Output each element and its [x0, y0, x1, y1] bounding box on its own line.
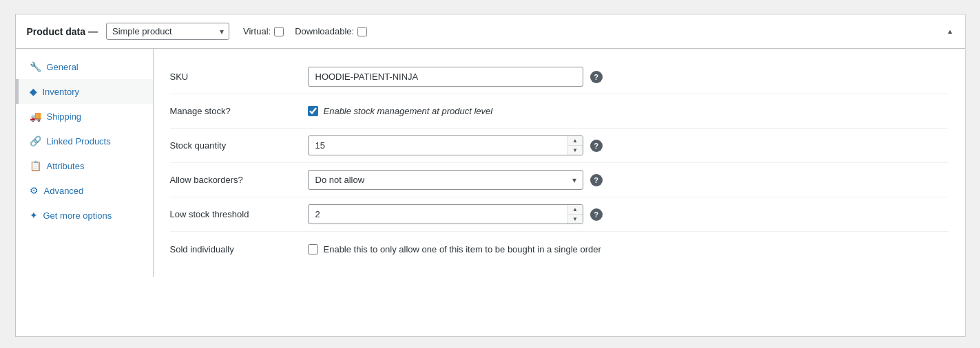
low-stock-threshold-down[interactable]: ▼ [568, 215, 583, 224]
downloadable-label[interactable]: Downloadable: [295, 26, 367, 36]
low-stock-threshold-row: Low stock threshold ▲ ▼ ? [170, 197, 948, 232]
manage-stock-row: Manage stock? Enable stock management at… [170, 94, 948, 129]
sidebar-label-advanced: Advanced [44, 186, 84, 196]
sidebar-label-inventory: Inventory [43, 87, 79, 97]
allow-backorders-row: Allow backorders? Do not allow Allow, bu… [170, 163, 948, 197]
low-stock-threshold-up[interactable]: ▲ [568, 205, 583, 215]
allow-backorders-control: Do not allow Allow, but notify customer … [308, 170, 948, 190]
manage-stock-checkbox[interactable] [308, 106, 318, 116]
sku-label: SKU [170, 72, 308, 82]
stock-quantity-wrapper: ▲ ▼ [308, 135, 583, 155]
gear-icon: ⚙ [30, 185, 39, 196]
sidebar-label-attributes: Attributes [47, 161, 85, 171]
panel-body: 🔧 General ◆ Inventory 🚚 Shipping 🔗 Linke… [16, 49, 965, 277]
allow-backorders-label: Allow backorders? [170, 175, 308, 185]
sold-individually-label: Sold individually [170, 244, 308, 254]
stock-quantity-up[interactable]: ▲ [568, 136, 583, 146]
low-stock-threshold-input[interactable] [308, 204, 583, 224]
sidebar-item-attributes[interactable]: 📋 Attributes [16, 153, 153, 178]
sidebar-item-inventory[interactable]: ◆ Inventory [16, 79, 153, 104]
sidebar-label-get-more-options: Get more options [43, 210, 112, 221]
allow-backorders-help-icon[interactable]: ? [590, 174, 603, 186]
stock-quantity-spinners: ▲ ▼ [567, 136, 583, 155]
collapse-button[interactable]: ▲ [947, 28, 954, 35]
sku-input[interactable] [308, 67, 583, 87]
sold-individually-checkbox-text: Enable this to only allow one of this it… [324, 244, 601, 254]
sidebar-item-general[interactable]: 🔧 General [16, 54, 153, 79]
low-stock-threshold-help-icon[interactable]: ? [590, 208, 603, 221]
list-icon: 📋 [30, 160, 41, 171]
sold-individually-row: Sold individually Enable this to only al… [170, 232, 948, 266]
sidebar-item-shipping[interactable]: 🚚 Shipping [16, 104, 153, 129]
manage-stock-label: Manage stock? [170, 106, 308, 116]
diamond-icon: ◆ [30, 86, 37, 97]
low-stock-threshold-control: ▲ ▼ ? [308, 204, 948, 224]
low-stock-threshold-label: Low stock threshold [170, 209, 308, 219]
virtual-label[interactable]: Virtual: [243, 26, 284, 36]
link-icon: 🔗 [30, 135, 41, 146]
sold-individually-control: Enable this to only allow one of this it… [308, 244, 948, 254]
stock-quantity-label: Stock quantity [170, 140, 308, 151]
allow-backorders-select[interactable]: Do not allow Allow, but notify customer … [308, 170, 583, 190]
stock-quantity-control: ▲ ▼ ? [308, 135, 948, 155]
panel-title: Product data — [27, 26, 98, 37]
truck-icon: 🚚 [30, 111, 41, 122]
sold-individually-checkbox-label[interactable]: Enable this to only allow one of this it… [308, 244, 601, 254]
manage-stock-checkbox-text: Enable stock management at product level [324, 106, 493, 116]
virtual-checkbox[interactable] [274, 27, 284, 36]
star-icon: ✦ [30, 210, 38, 221]
sku-row: SKU ? [170, 60, 948, 94]
sidebar-item-advanced[interactable]: ⚙ Advanced [16, 178, 153, 203]
sidebar-item-linked-products[interactable]: 🔗 Linked Products [16, 129, 153, 153]
downloadable-checkbox[interactable] [357, 27, 367, 36]
allow-backorders-wrapper: Do not allow Allow, but notify customer … [308, 170, 583, 190]
sidebar-label-linked-products: Linked Products [47, 136, 111, 146]
manage-stock-control: Enable stock management at product level [308, 106, 948, 116]
product-data-panel: Product data — Simple productVariable pr… [15, 14, 966, 337]
low-stock-threshold-spinners: ▲ ▼ [567, 205, 583, 224]
stock-quantity-row: Stock quantity ▲ ▼ ? [170, 129, 948, 163]
sidebar-item-get-more-options[interactable]: ✦ Get more options [16, 203, 153, 228]
sidebar-label-general: General [47, 62, 79, 72]
panel-header: Product data — Simple productVariable pr… [16, 14, 965, 49]
low-stock-threshold-wrapper: ▲ ▼ [308, 204, 583, 224]
main-content: SKU ? Manage stock? Enable stock managem… [154, 49, 965, 277]
sku-help-icon[interactable]: ? [590, 71, 603, 83]
product-type-wrapper: Simple productVariable productGrouped pr… [106, 23, 229, 40]
sold-individually-checkbox[interactable] [308, 244, 318, 254]
sidebar-label-shipping: Shipping [47, 111, 82, 122]
stock-quantity-down[interactable]: ▼ [568, 146, 583, 155]
sidebar: 🔧 General ◆ Inventory 🚚 Shipping 🔗 Linke… [16, 49, 154, 277]
wrench-icon: 🔧 [30, 61, 41, 72]
product-type-select[interactable]: Simple productVariable productGrouped pr… [106, 23, 229, 40]
stock-quantity-input[interactable] [308, 135, 583, 155]
manage-stock-checkbox-label[interactable]: Enable stock management at product level [308, 106, 493, 116]
virtual-downloadable-group: Virtual: Downloadable: [243, 26, 367, 36]
stock-quantity-help-icon[interactable]: ? [590, 140, 603, 152]
sku-control: ? [308, 67, 948, 87]
